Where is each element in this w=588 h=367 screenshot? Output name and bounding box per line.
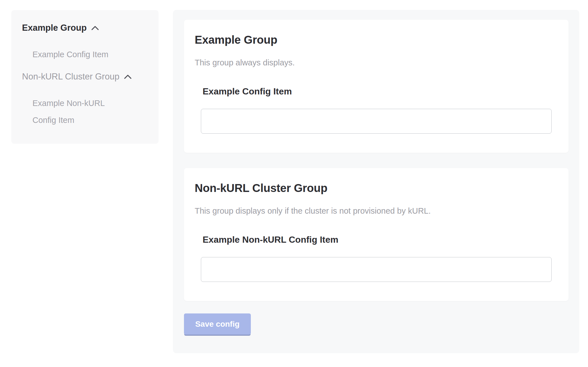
- sidebar-group-non-kurl-cluster-group[interactable]: Non-kURL Cluster Group: [22, 71, 151, 82]
- group-title: Non-kURL Cluster Group: [195, 181, 558, 195]
- sidebar-group-example-group[interactable]: Example Group: [22, 23, 151, 33]
- chevron-up-icon: [91, 25, 99, 30]
- sidebar-group-label: Example Group: [22, 23, 87, 33]
- group-description: This group always displays.: [195, 58, 558, 68]
- example-non-kurl-config-item-input[interactable]: [201, 257, 552, 282]
- config-nav-sidebar: Example Group Example Config Item Non-kU…: [11, 10, 159, 144]
- config-group-card-non-kurl-cluster-group: Non-kURL Cluster Group This group displa…: [184, 168, 569, 301]
- config-item-label: Example Non-kURL Config Item: [203, 234, 558, 245]
- example-config-item-input[interactable]: [201, 109, 552, 134]
- chevron-up-icon: [124, 74, 132, 79]
- sidebar-item-example-non-kurl-config-item[interactable]: Example Non-kURL Config Item: [32, 95, 127, 129]
- config-item-label: Example Config Item: [203, 86, 558, 97]
- group-description: This group displays only if the cluster …: [195, 206, 558, 216]
- config-group-card-example-group: Example Group This group always displays…: [184, 20, 569, 153]
- save-config-button[interactable]: Save config: [184, 313, 251, 335]
- group-title: Example Group: [195, 33, 558, 47]
- sidebar-group-label: Non-kURL Cluster Group: [22, 71, 119, 82]
- sidebar-item-example-config-item[interactable]: Example Config Item: [32, 46, 127, 63]
- config-main-panel: Example Group This group always displays…: [173, 10, 579, 353]
